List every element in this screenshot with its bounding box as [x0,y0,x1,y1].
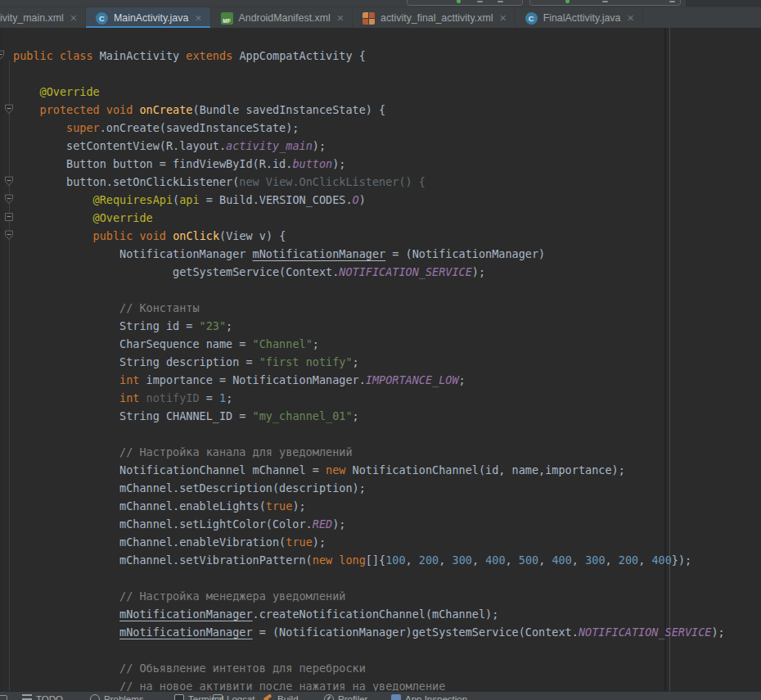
code-line [13,65,725,83]
statusbar-item-build[interactable]: Build [263,694,299,700]
code-line: @RequiresApi(api = Build.VERSION_CODES.O… [13,191,725,209]
statusbar-item-label: App Inspection [405,694,467,700]
code-line: mChannel.setDescription(description); [13,479,725,497]
tab-label: FinalActtivity.java [543,12,621,24]
toolbar-strip [0,0,761,7]
widget-mark [669,1,675,2]
close-icon[interactable]: × [195,12,201,24]
fold-chevron-icon[interactable] [0,50,5,61]
code-line: button.setOnClickListener(new View.OnCli… [13,173,725,191]
fold-region-line [9,61,10,693]
code-line: NotificationManager mNotificationManager… [13,245,725,263]
code-line: Button button = findViewById(R.id.button… [13,155,725,173]
logcat-icon [213,694,223,700]
statusbar-item-label: Profiler [338,694,367,700]
statusbar-item-profiler[interactable]: Profiler [324,694,367,700]
fold-chevron-icon[interactable] [4,194,14,205]
statusbar-item-app-inspection[interactable]: App Inspection [391,694,467,700]
code-line: setContentView(R.layout.activity_main); [13,137,725,155]
code-line: @Override [13,209,725,227]
code-line: // Настройка канала для уведомлений [13,443,725,461]
layout-file-icon [362,12,375,25]
problems-icon [90,694,100,700]
widget-mark [602,1,608,2]
run-status-dot [565,0,570,3]
editor-left-edge [0,28,2,700]
code-line: String id = "23"; [13,317,725,335]
tab-finalacttivity-java[interactable]: CFinalActtivity.java× [516,7,643,28]
tab-label: AndroidManifest.xml [239,12,331,24]
statusbar-item-label: Build [277,694,299,700]
editor-tab-bar: ivity_main.xml×CMainActivity.java×MFAndr… [0,7,761,28]
statusbar-item-logcat[interactable]: Logcat [213,694,255,700]
run-config-widget-2[interactable] [529,0,681,6]
code-line: String CHANNEL_ID = "my_channel_01"; [13,407,725,425]
close-icon[interactable]: × [627,12,633,24]
fold-chevron-icon[interactable] [4,230,14,241]
run-config-widget-1[interactable] [407,0,523,6]
class-file-icon: C [525,12,538,25]
code-line: int importance = NotificationManager.IMP… [13,371,725,389]
code-line: getSystemService(Context.NOTIFICATION_SE… [13,263,725,281]
code-line: protected void onCreate(Bundle savedInst… [13,101,725,119]
code-line: // Настройка менеджера уведомлений [13,587,725,605]
code-line: mChannel.enableLights(true); [13,497,725,515]
statusbar-item-todo[interactable]: TODO [22,694,63,700]
tabs-row: ivity_main.xml×CMainActivity.java×MFAndr… [0,7,643,28]
fold-square-icon[interactable] [4,212,14,223]
tab-ivity-main-xml[interactable]: ivity_main.xml× [0,7,86,28]
code-line: mNotificationManager.createNotificationC… [13,605,725,623]
code-line [13,425,725,443]
profiler-icon [324,694,334,700]
code-editor[interactable]: public class MainActivity extends AppCom… [0,28,761,700]
widget-mark [498,1,503,2]
status-bar: TODOProblemsTerminalLogcatBuildProfilerA… [0,691,761,700]
code-line: // Обьявление интентов для переброски [13,659,725,677]
code-lines: public class MainActivity extends AppCom… [13,47,725,695]
ide-window: ivity_main.xml×CMainActivity.java×MFAndr… [0,0,761,700]
code-line: int notifyID = 1; [13,389,725,407]
inspection-icon [391,694,401,700]
code-line [13,281,725,299]
tab-label: activity_final_acttivity.xml [380,12,493,24]
code-line [13,569,725,587]
manifest-file-icon: MF [221,12,233,25]
fold-chevron-icon[interactable] [4,104,14,115]
class-file-icon: C [96,12,108,25]
statusbar-item-label: TODO [36,694,63,700]
code-line: // Константы [13,299,725,317]
tab-label: MainActivity.java [114,12,188,24]
terminal-icon [174,694,184,700]
tab-androidmanifest-xml[interactable]: MFAndroidManifest.xml× [211,7,353,28]
statusbar-item-problems[interactable]: Problems [90,694,144,700]
fold-chevron-icon[interactable] [4,176,14,187]
code-line: super.onCreate(savedInstanceState); [13,119,725,137]
code-line: String description = "first notify"; [13,353,725,371]
build-icon [263,694,273,700]
code-line: public class MainActivity extends AppCom… [13,47,725,65]
tab-label: ivity_main.xml [0,12,64,24]
run-status-dot [457,0,461,3]
widget-mark [477,1,483,2]
todo-icon [22,694,32,700]
code-line: mNotificationManager = (NotificationMana… [13,623,725,641]
code-line: NotificationChannel mChannel = new Notif… [13,461,725,479]
code-line: @Override [13,83,725,101]
code-line: mChannel.enableVibration(true); [13,533,725,551]
statusbar-item-label: Problems [104,694,144,700]
toolbar-right-block [686,0,761,7]
code-line: mChannel.setVibrationPattern(new long[]{… [13,551,725,569]
close-icon[interactable]: × [337,12,344,24]
statusbar-item-label: Logcat [227,694,255,700]
code-line: public void onClick(View v) { [13,227,725,245]
tab-activity-final-acttivity-xml[interactable]: activity_final_acttivity.xml× [353,7,516,28]
close-icon[interactable]: × [70,12,77,24]
code-line [13,641,725,659]
code-line: mChannel.setLightColor(Color.RED); [13,515,725,533]
tool-window-icon[interactable] [0,695,7,700]
code-line: CharSequence name = "Channel"; [13,335,725,353]
tab-mainactivity-java[interactable]: CMainActivity.java× [86,7,211,28]
close-icon[interactable]: × [499,12,506,24]
